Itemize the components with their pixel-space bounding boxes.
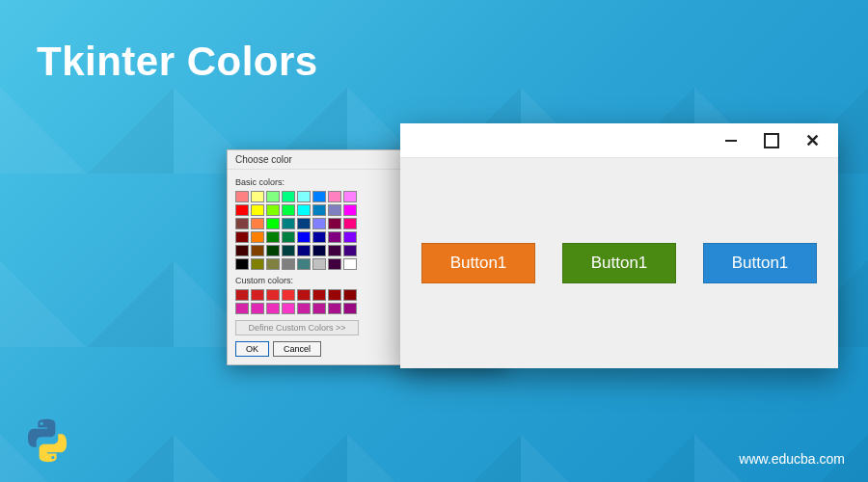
color-swatch[interactable] — [343, 258, 357, 270]
color-swatch[interactable] — [282, 218, 295, 229]
close-icon[interactable]: ✕ — [792, 126, 832, 155]
color-swatch[interactable] — [251, 258, 264, 270]
color-swatch[interactable] — [312, 218, 326, 229]
color-swatch[interactable] — [328, 204, 341, 216]
cancel-button[interactable]: Cancel — [273, 341, 321, 357]
color-swatch[interactable] — [297, 218, 311, 229]
window-client-area: Button1 Button1 Button1 — [400, 158, 838, 368]
color-swatch[interactable] — [266, 258, 280, 270]
color-swatch[interactable] — [312, 245, 326, 256]
color-swatch[interactable] — [282, 245, 295, 256]
color-swatch[interactable] — [343, 218, 357, 229]
color-swatch[interactable] — [328, 231, 341, 243]
color-swatch[interactable] — [266, 204, 280, 216]
custom-color-swatch[interactable] — [235, 303, 249, 314]
color-swatch[interactable] — [266, 191, 280, 202]
color-swatch[interactable] — [343, 245, 357, 256]
color-swatch[interactable] — [251, 204, 264, 216]
color-swatch[interactable] — [251, 191, 264, 202]
custom-color-swatch[interactable] — [235, 289, 249, 301]
custom-color-swatch[interactable] — [282, 289, 295, 301]
color-swatch[interactable] — [297, 191, 311, 202]
custom-color-swatch[interactable] — [251, 303, 264, 314]
page-title: Tkinter Colors — [37, 39, 318, 85]
color-swatch[interactable] — [266, 245, 280, 256]
custom-color-swatch[interactable] — [312, 303, 326, 314]
color-swatch[interactable] — [328, 258, 341, 270]
color-swatch[interactable] — [328, 245, 341, 256]
minimize-icon[interactable] — [711, 126, 751, 155]
custom-color-swatch[interactable] — [343, 303, 357, 314]
button-blue[interactable]: Button1 — [703, 243, 817, 283]
custom-color-swatch[interactable] — [328, 303, 341, 314]
site-url: www.educba.com — [739, 451, 845, 467]
color-swatch[interactable] — [235, 204, 249, 216]
color-swatch[interactable] — [266, 218, 280, 229]
color-swatch[interactable] — [312, 204, 326, 216]
color-swatch[interactable] — [297, 231, 311, 243]
tkinter-window: ✕ Button1 Button1 Button1 — [400, 123, 838, 368]
custom-color-swatch[interactable] — [266, 303, 280, 314]
custom-color-swatch[interactable] — [312, 289, 326, 301]
custom-color-swatch[interactable] — [328, 289, 341, 301]
color-swatch[interactable] — [282, 204, 295, 216]
color-swatch[interactable] — [328, 218, 341, 229]
color-swatch[interactable] — [235, 258, 249, 270]
custom-color-swatch[interactable] — [297, 289, 311, 301]
define-custom-colors-button[interactable]: Define Custom Colors >> — [235, 320, 359, 335]
button-orange[interactable]: Button1 — [421, 243, 535, 283]
color-swatch[interactable] — [235, 231, 249, 243]
ok-button[interactable]: OK — [235, 341, 269, 357]
color-swatch[interactable] — [282, 258, 295, 270]
color-swatch[interactable] — [266, 231, 280, 243]
color-swatch[interactable] — [251, 231, 264, 243]
window-titlebar: ✕ — [400, 123, 838, 158]
custom-color-swatch[interactable] — [266, 289, 280, 301]
python-logo-icon — [25, 418, 69, 463]
color-swatch[interactable] — [297, 258, 311, 270]
color-swatch[interactable] — [282, 191, 295, 202]
custom-color-swatch[interactable] — [251, 289, 264, 301]
color-swatch[interactable] — [343, 231, 357, 243]
custom-color-swatch[interactable] — [282, 303, 295, 314]
color-swatch[interactable] — [297, 204, 311, 216]
color-swatch[interactable] — [251, 245, 264, 256]
custom-color-swatch[interactable] — [343, 289, 357, 301]
color-swatch[interactable] — [235, 218, 249, 229]
color-swatch[interactable] — [251, 218, 264, 229]
color-swatch[interactable] — [297, 245, 311, 256]
maximize-icon[interactable] — [751, 126, 792, 155]
color-swatch[interactable] — [328, 191, 341, 202]
color-swatch[interactable] — [343, 191, 357, 202]
button-green[interactable]: Button1 — [562, 243, 676, 283]
color-swatch[interactable] — [312, 258, 326, 270]
color-swatch[interactable] — [235, 245, 249, 256]
color-swatch[interactable] — [312, 231, 326, 243]
color-swatch[interactable] — [343, 204, 357, 216]
color-swatch[interactable] — [312, 191, 326, 202]
custom-color-swatch[interactable] — [297, 303, 311, 314]
color-swatch[interactable] — [235, 191, 249, 202]
color-swatch[interactable] — [282, 231, 295, 243]
